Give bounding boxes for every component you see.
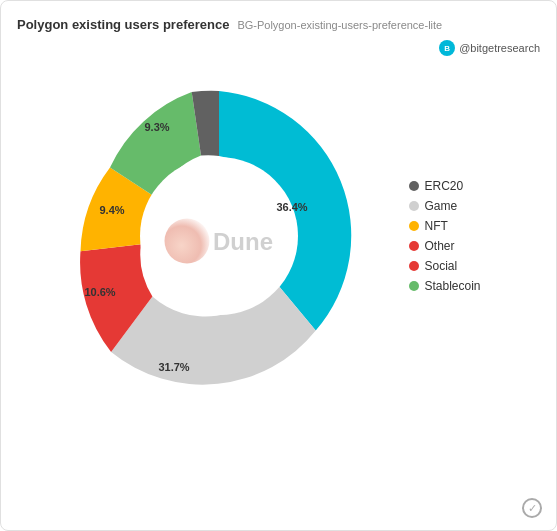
legend-label-nft: NFT bbox=[425, 219, 448, 233]
chart-area: 36.4% 31.7% 10.6% 9.4% 9.3% Dune bbox=[17, 66, 540, 406]
legend-label-other: Other bbox=[425, 239, 455, 253]
legend-dot-nft bbox=[409, 221, 419, 231]
chart-subtitle: BG-Polygon-existing-users-preference-lit… bbox=[237, 19, 442, 31]
legend-item-stablecoin: Stablecoin bbox=[409, 279, 509, 293]
legend-dot-stablecoin bbox=[409, 281, 419, 291]
label-game: 31.7% bbox=[158, 361, 189, 373]
legend-item-game: Game bbox=[409, 199, 509, 213]
legend-dot-other bbox=[409, 241, 419, 251]
label-erc20: 36.4% bbox=[276, 201, 307, 213]
legend: ERC20 Game NFT Other Social Stablecoin bbox=[409, 179, 509, 293]
legend-dot-game bbox=[409, 201, 419, 211]
legend-label-game: Game bbox=[425, 199, 458, 213]
legend-item-social: Social bbox=[409, 259, 509, 273]
legend-label-stablecoin: Stablecoin bbox=[425, 279, 481, 293]
header: Polygon existing users preference BG-Pol… bbox=[17, 17, 540, 56]
label-stablecoin: 9.3% bbox=[144, 121, 169, 133]
legend-dot-erc20 bbox=[409, 181, 419, 191]
check-icon: ✓ bbox=[522, 498, 542, 518]
author-name: @bitgetresearch bbox=[459, 42, 540, 54]
author-info: B @bitgetresearch bbox=[439, 40, 540, 56]
donut-chart: 36.4% 31.7% 10.6% 9.4% 9.3% Dune bbox=[49, 66, 389, 406]
legend-item-erc20: ERC20 bbox=[409, 179, 509, 193]
legend-item-other: Other bbox=[409, 239, 509, 253]
donut-hole bbox=[140, 157, 298, 315]
legend-label-erc20: ERC20 bbox=[425, 179, 464, 193]
chart-title: Polygon existing users preference bbox=[17, 17, 229, 32]
author-avatar: B bbox=[439, 40, 455, 56]
donut-svg: 36.4% 31.7% 10.6% 9.4% 9.3% bbox=[49, 66, 389, 406]
legend-label-social: Social bbox=[425, 259, 458, 273]
label-nft: 9.4% bbox=[99, 204, 124, 216]
legend-dot-social bbox=[409, 261, 419, 271]
card: Polygon existing users preference BG-Pol… bbox=[0, 0, 557, 531]
legend-item-nft: NFT bbox=[409, 219, 509, 233]
label-social: 10.6% bbox=[84, 286, 115, 298]
